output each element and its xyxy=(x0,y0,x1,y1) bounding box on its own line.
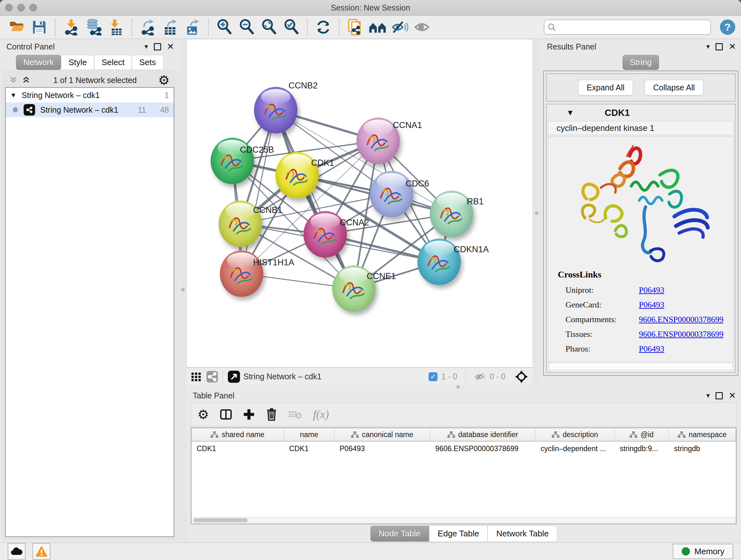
save-session-button[interactable] xyxy=(30,18,49,37)
tab-node-table[interactable]: Node Table xyxy=(370,525,429,542)
apply-layout-button[interactable] xyxy=(314,18,333,37)
panel-menu-icon[interactable]: ▾ xyxy=(145,43,148,51)
search-input[interactable] xyxy=(558,22,707,32)
toolbar-separator xyxy=(55,18,56,36)
memory-button[interactable]: Memory xyxy=(673,544,733,559)
column-header-description[interactable]: description xyxy=(536,428,615,441)
column-header--id[interactable]: @id xyxy=(615,428,669,441)
zoom-out-icon xyxy=(239,19,255,36)
search-field[interactable] xyxy=(544,19,711,35)
hide-selected-button[interactable] xyxy=(391,18,409,37)
panel-float-icon[interactable] xyxy=(154,43,161,51)
network-node-CDC25B[interactable] xyxy=(211,138,254,184)
network-node-CDC6[interactable] xyxy=(370,171,413,217)
panel-float-icon[interactable] xyxy=(716,43,723,51)
zoom-out-button[interactable] xyxy=(238,18,256,37)
column-header-namespace[interactable]: namespace xyxy=(669,428,736,441)
tab-edge-table[interactable]: Edge Table xyxy=(429,525,488,542)
tab-string[interactable]: String xyxy=(623,55,659,70)
table-cell[interactable]: P06493 xyxy=(334,444,430,453)
warnings-button[interactable] xyxy=(32,543,51,560)
import-table-from-file-button[interactable] xyxy=(107,18,125,37)
import-network-from-database-button[interactable] xyxy=(84,18,103,37)
export-network-button[interactable] xyxy=(138,18,157,37)
open-in-window-icon[interactable] xyxy=(227,370,240,383)
tab-sets[interactable]: Sets xyxy=(132,55,163,70)
zoom-fit-button[interactable] xyxy=(260,18,278,37)
column-header-name[interactable]: name xyxy=(284,428,334,441)
birds-eye-toggle-icon[interactable] xyxy=(515,370,529,384)
tab-network[interactable]: Network xyxy=(16,55,61,70)
scrollbar-thumb[interactable] xyxy=(193,518,248,522)
tree-expander-icon[interactable]: ▼ xyxy=(10,91,17,99)
expand-all-button[interactable]: Expand All xyxy=(578,80,633,96)
toolbar-separator xyxy=(131,18,132,36)
left-panel-divider[interactable] xyxy=(179,39,186,543)
panel-close-icon[interactable]: ✕ xyxy=(729,43,736,51)
network-row[interactable]: String Network – cdk1 11 48 xyxy=(6,103,174,117)
table-cell[interactable]: stringdb xyxy=(669,444,736,453)
node-table: shared namenamecanonical namedatabase id… xyxy=(191,428,737,524)
panel-close-icon[interactable]: ✕ xyxy=(167,43,174,51)
table-panel-divider[interactable] xyxy=(186,385,741,388)
collapse-all-button[interactable]: Collapse All xyxy=(645,80,704,96)
network-node-CCNB2[interactable] xyxy=(254,87,297,133)
crosslink-link[interactable]: P06493 xyxy=(639,344,664,354)
export-table-button[interactable] xyxy=(161,18,179,37)
table-row[interactable]: CDK1CDK1P064939606.ENSP00000378699cyclin… xyxy=(192,442,736,455)
zoom-selected-button[interactable] xyxy=(282,18,300,37)
table-horizontal-scrollbar[interactable] xyxy=(192,517,736,523)
column-header-canonical-name[interactable]: canonical name xyxy=(334,428,430,441)
clone-network-button[interactable] xyxy=(346,18,364,37)
selected-checkbox-icon[interactable]: ✓ xyxy=(428,372,437,381)
node-details-header[interactable]: ▼ CDK1 xyxy=(547,105,735,121)
crosslink-link[interactable]: 9606.ENSP00000378699 xyxy=(639,315,724,324)
delete-column-icon[interactable] xyxy=(266,408,277,421)
crosslink-label: Compartments: xyxy=(565,315,639,324)
show-all-button[interactable] xyxy=(413,18,431,37)
table-cell[interactable]: CDK1 xyxy=(284,444,334,453)
expand-all-icon[interactable] xyxy=(22,76,32,84)
network-collection-row[interactable]: ▼ String Network – cdk1 1 xyxy=(6,88,174,103)
control-panel-title: Control Panel xyxy=(6,42,55,51)
network-node-HIST1H1A[interactable] xyxy=(220,250,263,297)
cloud-status-button[interactable] xyxy=(8,543,25,560)
import-network-from-file-button[interactable] xyxy=(62,18,80,37)
node-name: CDK1 xyxy=(605,108,630,118)
panel-close-icon[interactable]: ✕ xyxy=(729,391,736,400)
node-count: 11 xyxy=(138,105,146,115)
table-settings-gear-icon[interactable]: ⚙ xyxy=(198,408,209,421)
zoom-in-button[interactable] xyxy=(215,18,233,37)
panel-menu-icon[interactable]: ▾ xyxy=(706,43,710,51)
network-badge-icon[interactable] xyxy=(206,371,218,383)
table-cell[interactable]: cyclin–dependent ... xyxy=(536,444,615,453)
network-options-gear-icon[interactable]: ⚙ xyxy=(158,74,170,86)
column-header-database-identifier[interactable]: database identifier xyxy=(430,428,536,441)
table-cell[interactable]: 9606.ENSP00000378699 xyxy=(430,444,536,453)
warning-icon xyxy=(36,546,48,557)
collapse-caret-icon[interactable]: ▼ xyxy=(566,108,574,117)
tab-select[interactable]: Select xyxy=(94,55,132,70)
collapse-all-icon[interactable] xyxy=(10,76,19,84)
crosslink-link[interactable]: 9606.ENSP00000378699 xyxy=(639,329,724,339)
help-button[interactable]: ? xyxy=(720,19,735,35)
first-neighbors-button[interactable] xyxy=(368,18,387,37)
network-canvas[interactable]: CCNB2CCNA1CDC25BCDK1CDC6RB1CCNB1CCNA2CDK… xyxy=(186,39,533,368)
crosslink-link[interactable]: P06493 xyxy=(639,286,664,295)
results-panel-divider[interactable] xyxy=(533,39,541,385)
table-cell[interactable]: CDK1 xyxy=(192,444,284,453)
open-file-button[interactable] xyxy=(8,18,26,37)
search-icon xyxy=(548,23,556,31)
houses-icon xyxy=(368,20,387,35)
panel-menu-icon[interactable]: ▾ xyxy=(706,391,710,400)
table-cell[interactable]: stringdb:9... xyxy=(615,444,669,453)
select-columns-icon[interactable] xyxy=(220,408,232,421)
tab-style[interactable]: Style xyxy=(61,55,94,70)
crosslink-link[interactable]: P06493 xyxy=(639,300,664,310)
export-image-button[interactable] xyxy=(183,18,202,37)
column-header-shared-name[interactable]: shared name xyxy=(192,428,284,441)
panel-float-icon[interactable] xyxy=(716,392,723,399)
add-column-icon[interactable] xyxy=(243,408,255,421)
tab-network-table[interactable]: Network Table xyxy=(488,525,557,542)
grid-view-icon[interactable] xyxy=(191,371,202,382)
